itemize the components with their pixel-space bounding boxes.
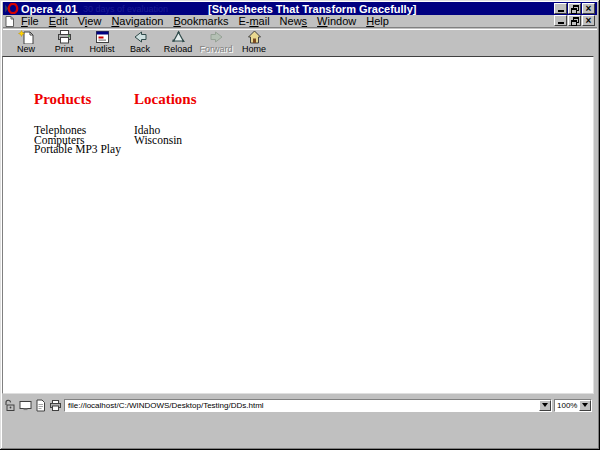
monitor-icon[interactable] xyxy=(19,399,32,412)
close-icon: × xyxy=(586,5,592,13)
hotlist-icon xyxy=(94,30,111,44)
menu-edit[interactable]: Edit xyxy=(49,15,68,27)
titlebar[interactable]: Opera 4.01 30 days of evaluation [Styles… xyxy=(3,2,597,15)
evaluation-text: 30 days of evaluation xyxy=(83,4,168,14)
hotlist-button[interactable]: Hotlist xyxy=(83,30,121,56)
chevron-down-icon xyxy=(582,403,588,410)
close-button[interactable]: × xyxy=(582,3,595,14)
address-dropdown-button[interactable] xyxy=(539,400,551,411)
print-button[interactable]: Print xyxy=(45,30,83,56)
restore-button[interactable] xyxy=(568,3,581,14)
address-field[interactable]: file://localhost/C:/WINDOWS/Desktop/Test… xyxy=(64,399,552,412)
new-document-icon xyxy=(18,30,35,44)
back-arrow-icon xyxy=(132,30,149,44)
locations-column: Locations Idaho Wisconsin xyxy=(134,91,197,145)
page-content: Products Telephones Computers Portable M… xyxy=(2,56,594,394)
menu-window[interactable]: Window xyxy=(317,15,356,27)
locations-list: Idaho Wisconsin xyxy=(134,126,197,145)
minimize-icon xyxy=(558,22,564,24)
restore-icon xyxy=(571,5,579,13)
close-icon: × xyxy=(586,17,592,25)
home-button[interactable]: Home xyxy=(235,30,273,56)
opera-logo-icon xyxy=(4,3,19,14)
document-icon[interactable] xyxy=(34,399,47,412)
menu-bookmarks[interactable]: Bookmarks xyxy=(173,15,228,27)
address-text: file://localhost/C:/WINDOWS/Desktop/Test… xyxy=(68,401,264,410)
printer-icon xyxy=(56,30,73,44)
app-title: Opera 4.01 xyxy=(21,3,77,15)
products-column: Products Telephones Computers Portable M… xyxy=(34,91,121,155)
reload-icon xyxy=(170,30,187,44)
products-list: Telephones Computers Portable MP3 Play xyxy=(34,126,121,155)
forward-button: Forward xyxy=(197,30,235,56)
zoom-select[interactable]: 100% xyxy=(554,399,592,412)
minimize-button[interactable] xyxy=(554,3,567,14)
list-item: Wisconsin xyxy=(134,136,197,146)
statusbar: file://localhost/C:/WINDOWS/Desktop/Test… xyxy=(2,397,594,413)
toolbar: New Print Hotlist Back xyxy=(3,29,597,56)
document-title: [Stylesheets That Transform Gracefully] xyxy=(208,3,416,15)
forward-arrow-icon xyxy=(208,30,225,44)
child-close-button[interactable]: × xyxy=(582,15,595,26)
child-minimize-button[interactable] xyxy=(554,15,567,26)
minimize-icon xyxy=(558,10,564,12)
back-button[interactable]: Back xyxy=(121,30,159,56)
home-icon xyxy=(246,30,263,44)
restore-icon xyxy=(571,17,579,25)
locations-heading: Locations xyxy=(134,91,197,108)
child-restore-button[interactable] xyxy=(568,15,581,26)
menu-navigation[interactable]: Navigation xyxy=(111,15,163,27)
menu-email[interactable]: E-mail xyxy=(238,15,269,27)
menu-file[interactable]: File xyxy=(21,15,39,27)
new-button[interactable]: New xyxy=(7,30,45,56)
reload-button[interactable]: Reload xyxy=(159,30,197,56)
child-window-controls: × xyxy=(554,15,595,26)
menu-view[interactable]: View xyxy=(78,15,102,27)
child-window-icon[interactable] xyxy=(4,16,15,27)
products-heading: Products xyxy=(34,91,121,108)
window-bottom-area xyxy=(3,414,597,447)
menubar: File Edit View Navigation Bookmarks E-ma… xyxy=(3,15,597,28)
padlock-open-icon[interactable] xyxy=(4,399,17,412)
printer-icon[interactable] xyxy=(49,399,62,412)
menu-news[interactable]: News xyxy=(280,15,308,27)
list-item: Portable MP3 Play xyxy=(34,145,121,155)
chevron-down-icon xyxy=(542,403,548,410)
zoom-value: 100% xyxy=(557,401,577,410)
opera-window: Opera 4.01 30 days of evaluation [Styles… xyxy=(0,0,600,450)
window-controls: × xyxy=(554,3,595,14)
zoom-dropdown-button[interactable] xyxy=(579,400,591,411)
menu-help[interactable]: Help xyxy=(366,15,389,27)
